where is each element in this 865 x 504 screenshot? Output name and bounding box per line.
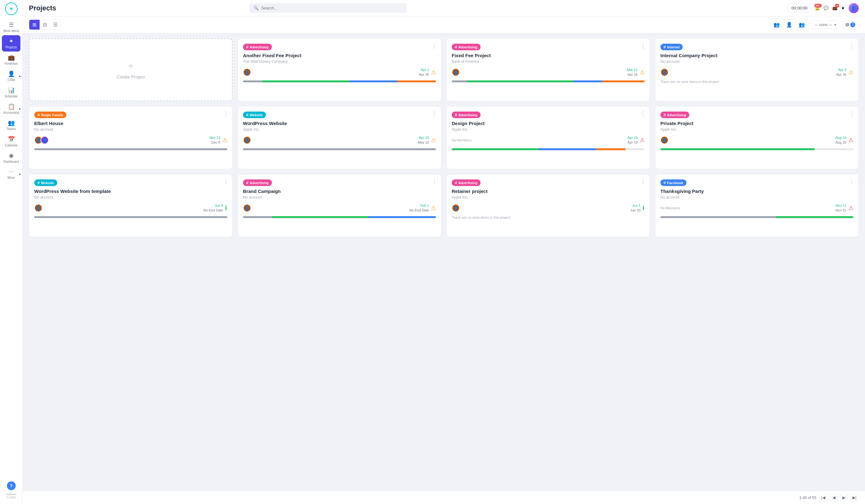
star-icon: ★: [841, 5, 845, 10]
group-by-team-button[interactable]: 👥: [770, 20, 783, 30]
project-footer-fixed-fee: 👤 Mar 21 Apr 16 ⚠: [452, 68, 645, 77]
sidebar-item-calendar[interactable]: 📅 Calendar: [0, 133, 22, 150]
sidebar-item-portfolios[interactable]: 💼 Portfolios: [0, 51, 22, 68]
project-tag-brand-campaign: # Advertising: [243, 179, 272, 186]
sidebar-item-accounting[interactable]: 📋 Accounting ▶: [0, 101, 22, 117]
project-dates-fixed-fee: Mar 21 Apr 16: [627, 68, 638, 77]
status-warning-icon: ⚠: [222, 137, 227, 144]
portfolios-icon: 💼: [8, 54, 15, 61]
project-card-private-project[interactable]: ⋮ # Advertising Private Project Apple In…: [655, 106, 859, 169]
project-account-brand-campaign: No account: [243, 195, 436, 200]
status-yellow-icon: ⚠: [848, 69, 853, 76]
more-chevron-icon: ▶: [19, 173, 21, 175]
project-account-another-fixed-fee: The Walt Disney Company: [243, 59, 436, 64]
pagination-prev-button[interactable]: ◀: [830, 494, 838, 502]
group-by-person-button[interactable]: 👤: [783, 20, 796, 30]
chat-button[interactable]: 💬: [823, 5, 829, 10]
project-dates-design-project: Apr 15 Apr 19: [628, 136, 638, 145]
project-card-wordpress-website[interactable]: ⋮ # Website WordPress Website Apple Inc.…: [238, 106, 441, 169]
crm-icon: 👤: [8, 70, 15, 77]
project-card-retainer[interactable]: ⋮ # Advertising Retainer project Apple I…: [446, 174, 650, 237]
project-menu-retainer[interactable]: ⋮: [640, 178, 646, 185]
notifications-button[interactable]: 🔔 99+: [815, 5, 820, 10]
project-members-wordpress-website: 👤: [243, 136, 249, 144]
project-card-elbert-house[interactable]: ⋮ # Single Family Elbert House No accoun…: [29, 106, 233, 169]
project-card-brand-campaign[interactable]: ⋮ # Advertising Brand Campaign No accoun…: [238, 174, 441, 237]
filter-button[interactable]: ⊟ 1: [842, 21, 859, 29]
project-members-internal-company: 👤: [660, 68, 667, 77]
project-dates-another-fixed-fee: Apr 1 Apr 30: [419, 68, 429, 77]
project-tag-design-project: # Advertising: [452, 112, 481, 118]
toolbar: ⊞ ⊟ ☰ 👥 👤 👥 --- none --- ▾ ⊟ 1: [23, 16, 865, 33]
create-project-card[interactable]: + Create Project: [29, 38, 233, 101]
sidebar-item-dashboard[interactable]: ◉ Dashboard: [0, 150, 22, 166]
project-footer-internal-company: 👤 Apr 8 Apr 26 ⚠: [660, 68, 853, 77]
project-card-internal-company[interactable]: ⋮ # Internal Internal Company Project No…: [655, 38, 859, 101]
project-card-design-project[interactable]: ⋮ # Advertising Design Project Apple Inc…: [446, 106, 650, 169]
group-by-all-button[interactable]: 👥: [796, 20, 808, 30]
filter-icon: ⊟: [845, 22, 849, 27]
group-buttons: 👥 👤 👥: [770, 20, 808, 30]
sidebar-label-work-items: Work Items: [3, 29, 19, 33]
project-menu-wordpress-website[interactable]: ⋮: [431, 110, 437, 117]
help-button[interactable]: ?: [7, 481, 16, 490]
sidebar-item-projects[interactable]: ✦ Projects: [2, 35, 21, 51]
project-menu-brand-campaign[interactable]: ⋮: [431, 178, 437, 185]
view-grid-small-button[interactable]: ⊟: [39, 20, 50, 30]
sidebar-item-more[interactable]: ··· More ▶: [0, 166, 22, 182]
project-title-wordpress-website: WordPress Website: [243, 121, 436, 126]
create-plus-icon: +: [128, 60, 134, 72]
sidebar-item-schedule[interactable]: 📊 Schedule: [0, 84, 22, 101]
user-avatar[interactable]: 👤: [849, 3, 859, 13]
pagination-last-button[interactable]: ▶|: [850, 494, 859, 502]
search-input[interactable]: [261, 5, 403, 10]
sidebar-item-teams[interactable]: 👥 Teams: [0, 117, 22, 133]
sidebar-item-crm[interactable]: 👤 CRM ▶: [0, 68, 22, 84]
project-card-another-fixed-fee[interactable]: ⋮ # Advertising Another Fixed Fee Projec…: [238, 38, 441, 101]
sidebar-label-crm: CRM: [8, 78, 15, 82]
project-members-another-fixed-fee: 👤: [243, 68, 249, 77]
project-tag-private-project: # Advertising: [660, 112, 689, 118]
project-dates-brand-campaign: Feb 1 No End Date: [409, 203, 429, 213]
pagination-first-button[interactable]: |◀: [819, 494, 827, 502]
project-menu-wp-template[interactable]: ⋮: [223, 178, 229, 185]
view-grid-large-button[interactable]: ⊞: [29, 20, 39, 30]
project-tag-fixed-fee: # Advertising: [452, 44, 481, 50]
logo-button[interactable]: +: [5, 2, 18, 15]
member-avatar: 👤: [243, 204, 251, 212]
member-avatar: 👤: [452, 204, 460, 212]
sidebar-label-schedule: Schedule: [5, 95, 18, 98]
footer: 1-40 of 55 |◀ ◀ ▶ ▶|: [23, 491, 865, 504]
projects-grid: + Create Project ⋮ # Advertising Another…: [29, 38, 859, 237]
project-menu-another-fixed-fee[interactable]: ⋮: [431, 43, 437, 49]
sidebar-label-calendar: Calendar: [5, 144, 18, 147]
sidebar-item-work-items[interactable]: ☰ Work Items: [0, 19, 22, 35]
project-account-wp-template: No account: [34, 195, 227, 200]
project-card-wp-template[interactable]: ⋮ # Website WordPress Website from templ…: [29, 174, 233, 237]
project-dates-wp-template: Jun 9 No End Date: [203, 203, 223, 213]
project-menu-internal-company[interactable]: ⋮: [849, 43, 855, 49]
member-avatar: 👤: [243, 136, 251, 144]
project-progress-elbert-house: [34, 148, 227, 150]
project-card-thanksgiving[interactable]: ⋮ # Facebook Thanksgiving Party No accou…: [655, 174, 859, 237]
project-footer-brand-campaign: 👤 Feb 1 No End Date ⚠: [243, 203, 436, 213]
project-menu-design-project[interactable]: ⋮: [640, 110, 646, 117]
project-members-retainer: 👤: [452, 204, 458, 212]
project-menu-thanksgiving[interactable]: ⋮: [849, 178, 855, 185]
timer-button[interactable]: 00:00:00: [788, 4, 811, 12]
search-bar[interactable]: 🔍: [250, 3, 407, 13]
briefcase-button[interactable]: 💼 4: [832, 5, 837, 10]
project-card-fixed-fee[interactable]: ⋮ # Advertising Fixed Fee Project Bank o…: [446, 38, 650, 101]
member-avatar: 👤: [243, 68, 251, 77]
main-content: Projects 🔍 00:00:00 🔔 99+ 💬 💼 4 ★ 👤: [23, 0, 865, 504]
more-icon: ···: [9, 168, 13, 175]
project-menu-private-project[interactable]: ⋮: [849, 110, 855, 117]
pagination-next-button[interactable]: ▶: [840, 494, 848, 502]
favorites-button[interactable]: ★: [841, 5, 845, 10]
project-menu-fixed-fee[interactable]: ⋮: [640, 43, 646, 49]
view-list-button[interactable]: ☰: [50, 20, 61, 30]
filter-dropdown[interactable]: --- none --- ▾: [811, 21, 840, 29]
project-menu-elbert-house[interactable]: ⋮: [223, 110, 229, 117]
project-dates-wordpress-website: Apr 10 May 10: [418, 136, 429, 145]
project-account-elbert-house: No account: [34, 127, 227, 132]
